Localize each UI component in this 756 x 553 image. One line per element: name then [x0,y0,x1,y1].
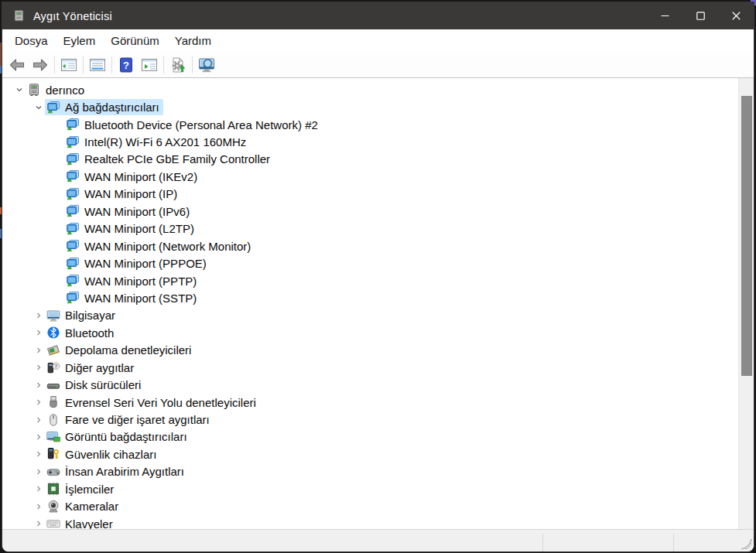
tree-item[interactable]: WAN Miniport (IP) [2,186,738,203]
action-pane-icon [140,56,159,74]
chevron-right-icon[interactable] [32,309,45,322]
tree-item-body[interactable]: WAN Miniport (IKEv2) [64,169,201,185]
tree-item[interactable]: WAN Miniport (PPPOE) [2,254,738,271]
tree-item-body[interactable]: Evrensel Seri Veri Yolu denetleyicileri [45,394,260,411]
tree-item-body[interactable]: İnsan Arabirim Aygıtları [45,463,188,480]
tree-item[interactable]: WAN Miniport (IKEv2) [2,168,738,185]
tree-item-body[interactable]: Disk sürücüleri [45,377,145,393]
tree-item-body[interactable]: Bluetooth [45,325,118,341]
forward-button[interactable] [29,53,52,77]
tree-item[interactable]: WAN Miniport (SSTP) [2,289,738,306]
scan-hardware-changes-button[interactable] [166,53,190,77]
chevron-down-icon[interactable] [32,101,45,114]
close-button[interactable] [718,2,754,29]
display-icon [46,430,60,444]
tree-item-body[interactable]: WAN Miniport (SSTP) [64,290,200,306]
tree-item[interactable]: WAN Miniport (Network Monitor) [2,237,738,254]
search-computer-button[interactable] [195,53,218,77]
vertical-scrollbar[interactable] [738,78,754,529]
tree-item-label: Kameralar [65,500,118,513]
tree-item-body[interactable]: WAN Miniport (Network Monitor) [64,238,255,254]
chevron-down-icon[interactable] [13,84,26,96]
tree-item[interactable]: İşlemciler [2,480,738,497]
chevron-right-icon[interactable] [32,431,45,443]
tree-item[interactable]: Fare ve diğer işaret aygıtları [2,411,738,428]
action-pane-button[interactable] [138,53,161,77]
tree-item[interactable]: Bluetooth Device (Personal Area Network)… [2,116,738,133]
tree-item[interactable]: Kameralar [2,498,738,515]
tree-item-body[interactable]: WAN Miniport (L2TP) [64,220,198,237]
chevron-right-icon[interactable] [32,396,45,408]
menu-gorunum[interactable]: Görünüm [103,29,167,52]
tree-item-body[interactable]: Depolama denetleyicileri [45,342,195,358]
tree-item[interactable]: Güvenlik cihazları [2,445,738,463]
tree-item-body[interactable]: Bilgisayar [45,307,119,323]
tree-item[interactable]: WAN Miniport (PPTP) [2,272,738,289]
tree-item-label: Bluetooth Device (Personal Area Network)… [84,118,318,131]
scrollbar-thumb[interactable] [741,96,752,376]
statusbar-divider [542,534,543,551]
tree-item[interactable]: WAN Miniport (IPv6) [2,203,738,220]
chevron-right-icon[interactable] [32,466,45,478]
chevron-spacer [52,258,64,270]
chevron-spacer [52,136,64,148]
back-button[interactable] [5,53,29,77]
tree-item-label: İnsan Arabirim Aygıtları [65,465,184,478]
tree-item-body[interactable]: Kameralar [45,498,122,514]
tree-item-label: WAN Miniport (PPTP) [84,275,197,288]
tree-item[interactable]: derınco [2,81,738,98]
content-area: derıncoAğ bağdaştırıcılarıBluetooth Devi… [2,78,754,529]
tree-item[interactable]: Bluetooth [2,324,738,341]
tree-item[interactable]: Depolama denetleyicileri [2,342,738,359]
tree-item-body[interactable]: Bluetooth Device (Personal Area Network)… [64,117,322,133]
menu-dosya[interactable]: Dosya [7,29,56,52]
chevron-right-icon[interactable] [32,517,45,529]
tree-item[interactable]: Görüntü bağdaştırıcıları [2,428,738,445]
tree-item-body[interactable]: derınco [26,82,88,98]
tree-item[interactable]: ?Diğer aygıtlar [2,359,738,376]
menu-eylem[interactable]: Eylem [56,29,104,52]
chevron-right-icon[interactable] [32,483,45,495]
title-bar: Aygıt Yöneticisi [2,2,754,29]
tree-item[interactable]: Evrensel Seri Veri Yolu denetleyicileri [2,394,738,411]
search-computer-icon [197,56,216,74]
resize-grip-icon[interactable] [740,538,752,550]
tree-item-body[interactable]: Realtek PCIe GbE Family Controller [64,151,274,167]
tree-item[interactable]: Disk sürücüleri [2,376,738,393]
chevron-right-icon[interactable] [32,448,45,460]
svg-text:?: ? [54,363,58,370]
tree-item-body[interactable]: ?Diğer aygıtlar [45,360,138,376]
chevron-right-icon[interactable] [32,414,45,426]
tree-item-body[interactable]: Intel(R) Wi-Fi 6 AX201 160MHz [64,134,250,150]
chevron-right-icon[interactable] [32,500,45,513]
tree-item-body[interactable]: WAN Miniport (IP) [64,186,181,202]
toolbar-separator [192,56,193,73]
tree-item-body[interactable]: WAN Miniport (PPTP) [64,273,200,289]
tree-item[interactable]: Ağ bağdaştırıcıları [2,98,738,115]
tree-item[interactable]: WAN Miniport (L2TP) [2,220,738,237]
tree-item-selected[interactable]: Ağ bağdaştırıcıları [45,99,163,115]
tree-item[interactable]: Realtek PCIe GbE Family Controller [2,151,738,168]
help-button[interactable]: ? [115,53,138,77]
tree-item-body[interactable]: WAN Miniport (IPv6) [64,203,193,220]
tree-item[interactable]: İnsan Arabirim Aygıtları [2,463,738,480]
tree-item-body[interactable]: İşlemciler [45,481,118,497]
tree-item-body[interactable]: Klavyeler [45,516,117,529]
chevron-spacer [52,170,64,183]
properties-button[interactable] [86,53,109,77]
tree-item[interactable]: Bilgisayar [2,307,738,324]
tree-item[interactable]: Klavyeler [2,515,738,529]
tree-item-body[interactable]: Güvenlik cihazları [45,446,160,463]
minimize-button[interactable] [647,2,682,29]
tree-item-body[interactable]: Fare ve diğer işaret aygıtları [45,411,214,428]
menu-yardim[interactable]: Yardım [167,29,219,52]
tree-item-body[interactable]: Görüntü bağdaştırıcıları [45,428,191,445]
tree-item-body[interactable]: WAN Miniport (PPPOE) [64,255,210,271]
chevron-right-icon[interactable] [32,361,45,374]
chevron-right-icon[interactable] [32,344,45,357]
console-tree-button[interactable] [57,53,80,77]
maximize-button[interactable] [682,2,718,29]
tree-item[interactable]: Intel(R) Wi-Fi 6 AX201 160MHz [2,133,738,150]
chevron-right-icon[interactable] [32,379,45,391]
chevron-right-icon[interactable] [32,326,45,339]
